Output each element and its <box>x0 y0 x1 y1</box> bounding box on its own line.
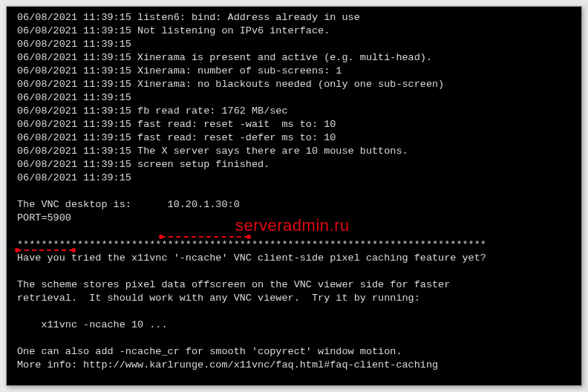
log-line: 06/08/2021 11:39:15 <box>17 172 571 185</box>
info-url-line: More info: http://www.karlrunge.com/x11v… <box>17 359 571 372</box>
vnc-desktop-line: The VNC desktop is: 10.20.1.30:0 <box>17 198 571 212</box>
info-line: Have you tried the x11vnc '-ncache' VNC … <box>17 252 571 265</box>
command-example-line: x11vnc -ncache 10 ... <box>17 318 571 332</box>
blank-line <box>17 225 571 238</box>
blank-line <box>17 185 571 198</box>
log-line: 06/08/2021 11:39:15 <box>17 91 571 105</box>
log-line: 06/08/2021 11:39:15 Not listening on IPv… <box>17 24 571 38</box>
log-line: 06/08/2021 11:39:15 The X server says th… <box>17 145 571 158</box>
info-line: One can also add -ncache_cr for smooth '… <box>17 345 571 359</box>
log-line: 06/08/2021 11:39:15 Xinerama: number of … <box>17 65 571 78</box>
log-line: 06/08/2021 11:39:15 Xinerama: no blackou… <box>17 78 571 91</box>
log-line: 06/08/2021 11:39:15 <box>17 38 571 51</box>
vnc-port-line: PORT=5900 <box>17 212 571 225</box>
log-line: 06/08/2021 11:39:15 fb read rate: 1762 M… <box>17 105 571 118</box>
log-line: 06/08/2021 11:39:15 listen6: bind: Addre… <box>17 11 571 24</box>
info-line: The scheme stores pixel data offscreen o… <box>17 278 571 292</box>
separator-line: ****************************************… <box>17 238 571 252</box>
blank-line <box>17 332 571 345</box>
log-line: 06/08/2021 11:39:15 screen setup finishe… <box>17 158 571 172</box>
blank-line <box>17 265 571 278</box>
log-line: 06/08/2021 11:39:15 fast read: reset -wa… <box>17 118 571 131</box>
info-line: retrieval. It should work with any VNC v… <box>17 292 571 305</box>
log-line: 06/08/2021 11:39:15 fast read: reset -de… <box>17 131 571 145</box>
highlight-underline-port <box>17 249 74 251</box>
log-line: 06/08/2021 11:39:15 Xinerama is present … <box>17 51 571 65</box>
terminal-window: 06/08/2021 11:39:15 listen6: bind: Addre… <box>6 6 582 386</box>
highlight-underline-ip <box>161 236 249 238</box>
blank-line <box>17 305 571 318</box>
